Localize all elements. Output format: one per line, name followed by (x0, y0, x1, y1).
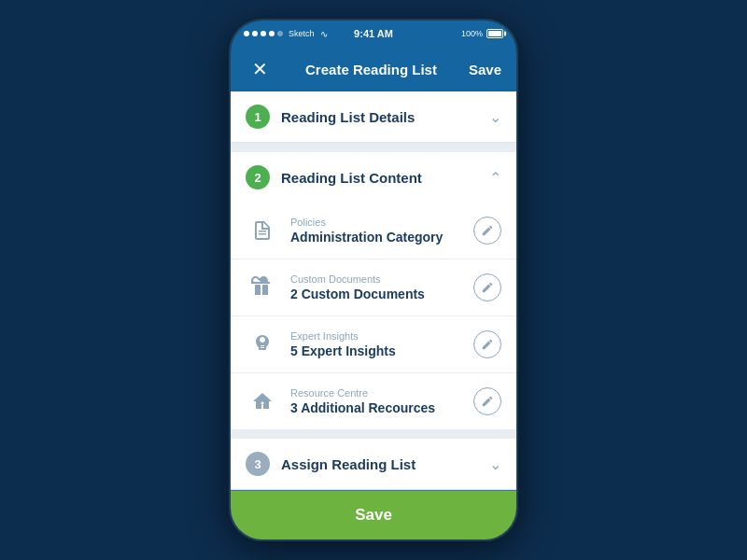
resource-centre-value: 3 Additional Recources (290, 400, 473, 415)
step3-badge: 3 (246, 452, 270, 476)
policies-item: Policies Administration Category (231, 203, 516, 259)
custom-docs-label: Custom Documents (290, 273, 473, 285)
policies-label: Policies (290, 217, 473, 228)
policies-edit-button[interactable] (473, 217, 501, 245)
expert-insights-item: Expert Insights 5 Expert Insights (231, 316, 516, 373)
custom-docs-icon (246, 271, 279, 304)
policies-text: Policies Administration Category (290, 217, 473, 245)
resource-centre-edit-button[interactable] (473, 387, 501, 415)
policies-value: Administration Category (290, 230, 473, 245)
status-bar: Sketch ∿ 9:41 AM 100% (231, 21, 516, 47)
wifi-icon: ∿ (320, 29, 328, 39)
content-items-list: Policies Administration Category C (231, 203, 516, 429)
expert-insights-value: 5 Expert Insights (290, 343, 473, 358)
close-button[interactable]: ✕ (246, 58, 274, 80)
custom-document-icon (251, 276, 274, 299)
nav-bar: ✕ Create Reading List Save (231, 47, 516, 91)
step3-title: Assign Reading List (281, 456, 489, 472)
step1-chevron: ⌄ (489, 108, 501, 126)
battery-percent: 100% (461, 29, 483, 38)
step2-chevron: ⌃ (489, 169, 501, 187)
signal-dots (244, 31, 283, 36)
phone-frame: Sketch ∿ 9:41 AM 100% ✕ Create Reading L… (229, 19, 518, 541)
expert-insights-text: Expert Insights 5 Expert Insights (290, 330, 473, 358)
nav-title: Create Reading List (305, 62, 437, 77)
resource-centre-text: Resource Centre 3 Additional Recources (290, 387, 473, 415)
time-label: 9:41 AM (354, 28, 393, 39)
custom-docs-value: 2 Custom Documents (290, 287, 473, 301)
battery-icon (486, 29, 503, 38)
resource-centre-label: Resource Centre (290, 387, 473, 399)
carrier-label: Sketch (289, 29, 315, 38)
step3-header[interactable]: 3 Assign Reading List ⌄ (231, 439, 516, 490)
step3-chevron: ⌄ (489, 455, 501, 473)
custom-docs-item: Custom Documents 2 Custom Documents (231, 259, 516, 316)
expert-insights-edit-button[interactable] (473, 330, 501, 358)
expert-icon (251, 333, 274, 356)
custom-docs-text: Custom Documents 2 Custom Documents (290, 273, 473, 301)
edit-icon (481, 224, 494, 237)
battery-area: 100% (461, 29, 503, 38)
policies-icon (246, 214, 279, 247)
gap2 (231, 429, 516, 439)
step2-badge: 2 (246, 165, 270, 189)
step2-title: Reading List Content (281, 170, 489, 186)
content-area: 1 Reading List Details ⌄ 2 Reading List … (231, 91, 516, 491)
bottom-spacer (231, 490, 516, 491)
edit-icon-4 (481, 395, 494, 408)
resource-centre-icon (246, 385, 279, 418)
step2-header[interactable]: 2 Reading List Content ⌃ (231, 152, 516, 203)
step1-title: Reading List Details (281, 109, 489, 125)
resource-icon (251, 390, 274, 413)
step1-badge: 1 (246, 105, 270, 129)
save-button[interactable]: Save (231, 491, 516, 539)
expert-insights-icon (246, 328, 279, 361)
resource-centre-item: Resource Centre 3 Additional Recources (231, 373, 516, 429)
custom-docs-edit-button[interactable] (473, 273, 501, 301)
step1-header[interactable]: 1 Reading List Details ⌄ (231, 91, 516, 143)
document-icon (251, 219, 274, 242)
gap1 (231, 143, 516, 152)
edit-icon-2 (481, 281, 494, 294)
battery-fill (488, 31, 501, 36)
nav-save-button[interactable]: Save (469, 62, 501, 77)
expert-insights-label: Expert Insights (290, 330, 473, 342)
edit-icon-3 (481, 338, 494, 351)
